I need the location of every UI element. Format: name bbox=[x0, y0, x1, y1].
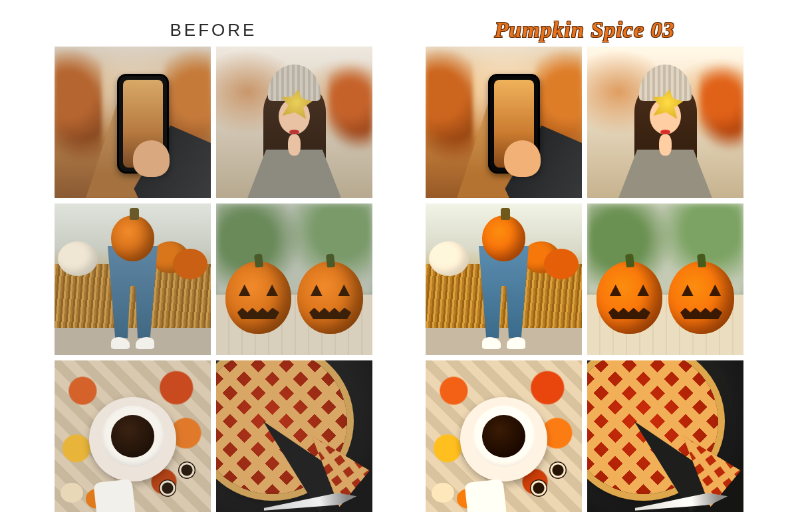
after-tile-jack-o-lanterns bbox=[587, 203, 743, 355]
after-title: Pumpkin Spice 03 bbox=[494, 17, 674, 43]
after-tile-jeans-pumpkin-hay bbox=[426, 203, 582, 355]
after-tile-woman-leaf-face bbox=[587, 47, 743, 198]
before-grid bbox=[55, 47, 372, 512]
before-tile-lattice-pie bbox=[216, 360, 372, 512]
before-tile-jeans-pumpkin-hay bbox=[55, 203, 211, 355]
before-title: BEFORE bbox=[170, 20, 257, 41]
before-tile-jack-o-lanterns bbox=[216, 203, 372, 355]
after-grid bbox=[426, 47, 743, 512]
after-title-wrap: Pumpkin Spice 03 bbox=[494, 13, 674, 47]
after-tile-coffee-flatlay bbox=[426, 360, 582, 512]
after-panel: Pumpkin Spice 03 bbox=[426, 13, 743, 512]
before-title-wrap: BEFORE bbox=[170, 13, 257, 47]
before-tile-woman-leaf-face bbox=[216, 47, 372, 198]
before-panel: BEFORE bbox=[55, 13, 372, 512]
before-tile-phone-autumn-path bbox=[55, 47, 211, 198]
after-tile-lattice-pie bbox=[587, 360, 743, 512]
after-tile-phone-autumn-path bbox=[426, 47, 582, 198]
before-tile-coffee-flatlay bbox=[55, 360, 211, 512]
